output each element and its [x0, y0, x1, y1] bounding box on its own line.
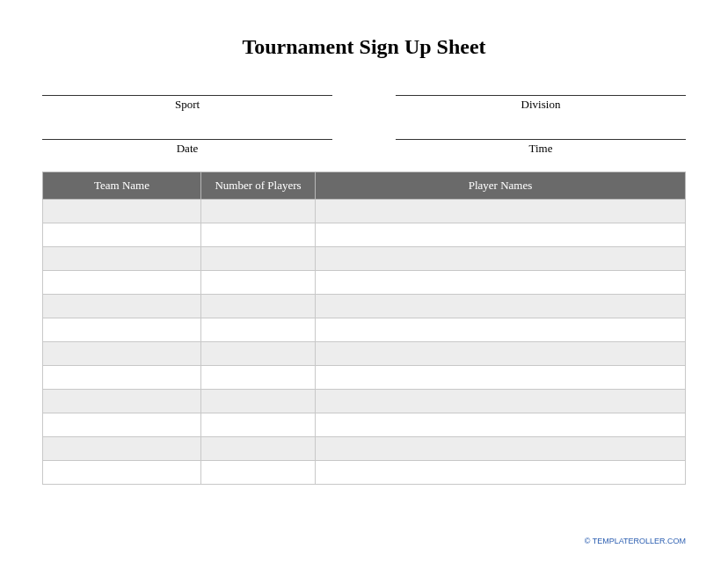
- cell-num[interactable]: [201, 437, 316, 461]
- cell-players[interactable]: [316, 413, 686, 437]
- cell-team[interactable]: [43, 366, 201, 390]
- cell-num[interactable]: [201, 366, 316, 390]
- field-time: Time: [396, 128, 686, 156]
- cell-num[interactable]: [201, 413, 316, 437]
- info-row-2: Date Time: [42, 128, 686, 156]
- input-line-time[interactable]: [396, 128, 686, 140]
- table-row: [43, 342, 686, 366]
- table-row: [43, 390, 686, 413]
- label-date: Date: [177, 142, 199, 156]
- cell-players[interactable]: [316, 295, 686, 318]
- cell-players[interactable]: [316, 247, 686, 271]
- cell-num[interactable]: [201, 318, 316, 342]
- cell-num[interactable]: [201, 223, 316, 247]
- input-line-date[interactable]: [42, 128, 332, 140]
- cell-team[interactable]: [43, 437, 201, 461]
- cell-players[interactable]: [316, 223, 686, 247]
- header-num: Number of Players: [201, 172, 316, 200]
- table-row: [43, 413, 686, 437]
- cell-team[interactable]: [43, 413, 201, 437]
- cell-players[interactable]: [316, 318, 686, 342]
- header-players: Player Names: [316, 172, 686, 200]
- cell-team[interactable]: [43, 318, 201, 342]
- field-division: Division: [396, 84, 686, 112]
- cell-players[interactable]: [316, 271, 686, 295]
- signup-table: Team Name Number of Players Player Names: [42, 172, 686, 485]
- label-division: Division: [521, 98, 561, 112]
- cell-num[interactable]: [201, 200, 316, 223]
- cell-team[interactable]: [43, 461, 201, 485]
- cell-team[interactable]: [43, 390, 201, 413]
- field-sport: Sport: [42, 84, 332, 112]
- cell-num[interactable]: [201, 271, 316, 295]
- cell-players[interactable]: [316, 200, 686, 223]
- table-row: [43, 295, 686, 318]
- footer-credit: © TEMPLATEROLLER.COM: [585, 537, 686, 545]
- cell-players[interactable]: [316, 366, 686, 390]
- cell-num[interactable]: [201, 342, 316, 366]
- info-row-1: Sport Division: [42, 84, 686, 112]
- table-row: [43, 437, 686, 461]
- input-line-division[interactable]: [396, 84, 686, 96]
- cell-players[interactable]: [316, 342, 686, 366]
- table-row: [43, 318, 686, 342]
- input-line-sport[interactable]: [42, 84, 332, 96]
- cell-num[interactable]: [201, 247, 316, 271]
- page-title: Tournament Sign Up Sheet: [42, 35, 686, 59]
- header-team: Team Name: [43, 172, 201, 200]
- signup-sheet: Tournament Sign Up Sheet Sport Division …: [0, 0, 728, 502]
- table-row: [43, 461, 686, 485]
- cell-team[interactable]: [43, 295, 201, 318]
- table-header-row: Team Name Number of Players Player Names: [43, 172, 686, 200]
- table-row: [43, 223, 686, 247]
- cell-team[interactable]: [43, 271, 201, 295]
- table-row: [43, 271, 686, 295]
- cell-players[interactable]: [316, 390, 686, 413]
- label-sport: Sport: [175, 98, 200, 112]
- cell-num[interactable]: [201, 295, 316, 318]
- cell-team[interactable]: [43, 223, 201, 247]
- table-row: [43, 247, 686, 271]
- cell-team[interactable]: [43, 247, 201, 271]
- cell-players[interactable]: [316, 461, 686, 485]
- cell-num[interactable]: [201, 390, 316, 413]
- cell-num[interactable]: [201, 461, 316, 485]
- cell-team[interactable]: [43, 200, 201, 223]
- table-row: [43, 366, 686, 390]
- cell-players[interactable]: [316, 437, 686, 461]
- label-time: Time: [529, 142, 553, 156]
- field-date: Date: [42, 128, 332, 156]
- table-row: [43, 200, 686, 223]
- cell-team[interactable]: [43, 342, 201, 366]
